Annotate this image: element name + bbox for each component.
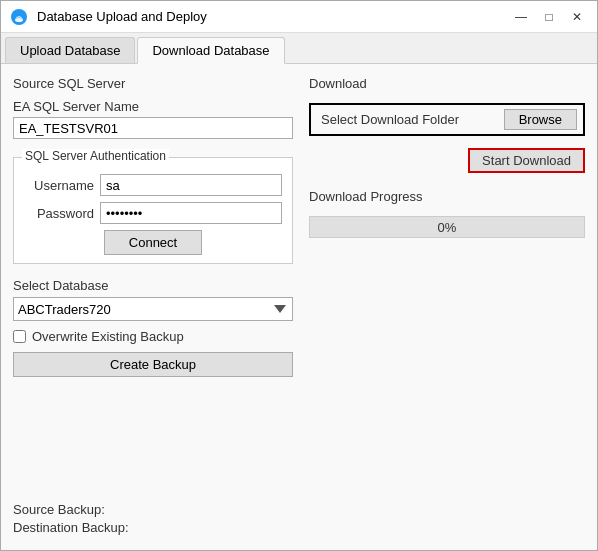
auth-group: SQL Server Authentication Username Passw… [13, 157, 293, 264]
select-folder-button[interactable]: Select Download Folder [317, 109, 504, 130]
tab-bar: Upload Database Download Database [1, 33, 597, 64]
server-name-label: EA SQL Server Name [13, 99, 293, 114]
progress-bar: 0% [309, 216, 585, 238]
source-section-label: Source SQL Server [13, 76, 293, 91]
right-panel: Download Select Download Folder Browse S… [309, 76, 585, 538]
footer-labels: Source Backup: Destination Backup: [13, 494, 293, 538]
database-select[interactable]: ABCTraders720 [13, 297, 293, 321]
main-window: Database Upload and Deploy — □ ✕ Upload … [0, 0, 598, 551]
server-name-input[interactable] [13, 117, 293, 139]
download-folder-box: Select Download Folder Browse [309, 103, 585, 136]
minimize-button[interactable]: — [509, 7, 533, 27]
connect-button[interactable]: Connect [104, 230, 202, 255]
svg-point-1 [15, 18, 23, 22]
password-input[interactable] [100, 202, 282, 224]
tab-download[interactable]: Download Database [137, 37, 284, 64]
auth-group-title: SQL Server Authentication [22, 149, 169, 163]
username-label: Username [24, 178, 94, 193]
left-panel: Source SQL Server EA SQL Server Name SQL… [13, 76, 293, 538]
overwrite-checkbox[interactable] [13, 330, 26, 343]
close-button[interactable]: ✕ [565, 7, 589, 27]
tab-upload[interactable]: Upload Database [5, 37, 135, 63]
title-bar: Database Upload and Deploy — □ ✕ [1, 1, 597, 33]
window-title: Database Upload and Deploy [37, 9, 509, 24]
maximize-button[interactable]: □ [537, 7, 561, 27]
select-db-label: Select Database [13, 278, 293, 293]
username-input[interactable] [100, 174, 282, 196]
progress-text: 0% [438, 220, 457, 235]
window-controls: — □ ✕ [509, 7, 589, 27]
download-section-label: Download [309, 76, 585, 91]
progress-label: Download Progress [309, 189, 585, 204]
start-download-button[interactable]: Start Download [468, 148, 585, 173]
source-backup-label: Source Backup: [13, 502, 293, 517]
destination-backup-label: Destination Backup: [13, 520, 293, 535]
content-area: Source SQL Server EA SQL Server Name SQL… [1, 64, 597, 550]
overwrite-label: Overwrite Existing Backup [32, 329, 184, 344]
overwrite-checkbox-row: Overwrite Existing Backup [13, 329, 293, 344]
password-label: Password [24, 206, 94, 221]
browse-button[interactable]: Browse [504, 109, 577, 130]
app-icon [9, 7, 29, 27]
create-backup-button[interactable]: Create Backup [13, 352, 293, 377]
